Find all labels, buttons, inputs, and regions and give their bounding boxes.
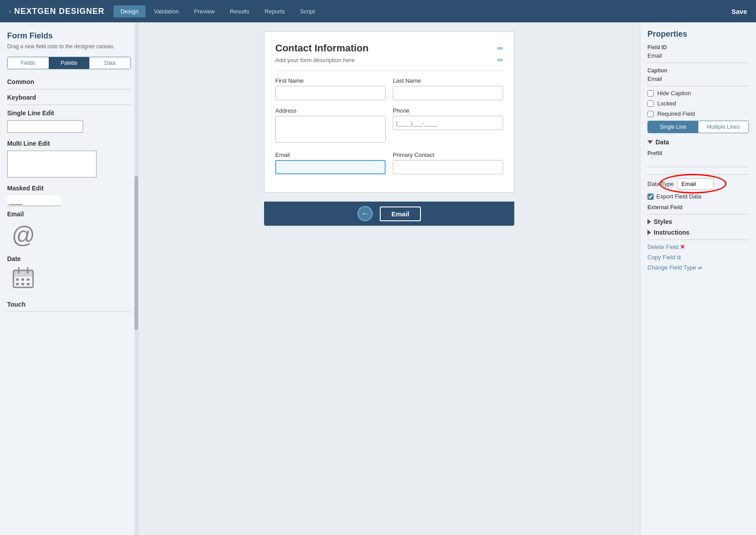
export-field-checkbox[interactable] [647, 194, 654, 200]
field-primary-contact-label: Primary Contact [393, 152, 503, 158]
prop-divider-1 [647, 63, 749, 63]
locked-checkbox[interactable] [647, 101, 654, 107]
styles-section-title: Styles [654, 218, 672, 225]
instructions-section-header[interactable]: Instructions [647, 229, 749, 236]
field-first-name-input[interactable] [275, 86, 386, 100]
nav-tab-results[interactable]: Results [223, 5, 256, 17]
data-section-title: Data [655, 139, 669, 146]
email-at-icon[interactable]: @ [12, 221, 131, 248]
required-field-checkbox[interactable] [647, 111, 654, 117]
back-arrow-icon[interactable]: ‹ [9, 8, 12, 15]
caption-label: Caption [647, 67, 749, 74]
tab-data[interactable]: Data [89, 57, 130, 69]
masked-edit-label: Masked Edit [7, 185, 131, 192]
nav-tab-validation[interactable]: Validation [147, 5, 186, 17]
copy-field-link[interactable]: Copy Field ⧉ [647, 254, 749, 261]
date-label: Date [7, 255, 131, 262]
hide-caption-checkbox[interactable] [647, 90, 654, 97]
right-panel: Properties Field ID Email Caption Email … [640, 22, 756, 535]
prefill-input[interactable] [647, 158, 749, 167]
field-address-input[interactable] [275, 116, 386, 143]
save-button[interactable]: Save [731, 8, 747, 15]
svg-rect-8 [21, 283, 24, 285]
hide-caption-label: Hide Caption [657, 90, 691, 97]
nav-tab-script[interactable]: Script [293, 5, 322, 17]
divider-keyboard [7, 105, 131, 105]
change-type-icon: ⇌ [698, 265, 702, 271]
form-title: Contact Information [275, 42, 369, 54]
brand-logo: ‹ NEXTGEN DESIGNER [9, 7, 105, 16]
svg-rect-9 [27, 283, 29, 285]
divider-common [7, 89, 131, 89]
left-panel-tab-row: Fields Palette Data [7, 57, 131, 69]
form-subtitle: Add your form description here [275, 57, 355, 63]
field-email-label: Email [275, 152, 386, 158]
field-email-input[interactable] [275, 160, 386, 174]
divider-touch [7, 312, 131, 312]
form-bottom-bar: ← Email [264, 202, 514, 226]
masked-edit-preview[interactable]: ___ [7, 195, 61, 206]
delete-x-icon: ✕ [680, 244, 685, 250]
nav-tab-design[interactable]: Design [113, 5, 146, 17]
field-label-badge: Email [380, 206, 421, 221]
left-panel: Form Fields Drag a new field onto to the… [0, 22, 139, 535]
form-divider [275, 71, 503, 71]
export-field-row: Export Field Data [647, 193, 749, 200]
locked-label: Locked [657, 100, 676, 107]
date-calendar-icon[interactable] [12, 266, 131, 294]
svg-rect-7 [16, 283, 19, 285]
multiple-lines-btn[interactable]: Multiple Lines [698, 121, 749, 133]
nav-tab-list: Design Validation Preview Results Report… [113, 5, 322, 17]
tab-fields[interactable]: Fields [8, 57, 49, 69]
form-subtitle-edit-icon[interactable]: ✏ [497, 56, 503, 64]
back-button[interactable]: ← [357, 206, 373, 221]
nav-tab-reports[interactable]: Reports [257, 5, 292, 17]
data-section-header[interactable]: Data [647, 139, 749, 146]
scrollbar-thumb[interactable] [134, 176, 138, 330]
copy-field-label: Copy Field [647, 254, 675, 261]
single-line-btn[interactable]: Single Line [648, 121, 698, 133]
delete-field-link[interactable]: Delete Field ✕ [647, 244, 749, 250]
field-primary-contact: Primary Contact [393, 152, 503, 174]
field-id-label: Field ID [647, 44, 749, 51]
external-field-label: External Field [647, 204, 749, 211]
data-type-select-wrapper: Email Text Number Date Phone [677, 178, 714, 190]
instructions-section-title: Instructions [654, 229, 689, 236]
left-panel-subtitle: Drag a new field onto to the designer ca… [7, 43, 131, 50]
form-row-2: Address Phone [275, 107, 503, 144]
center-panel: Contact Information ✏ Add your form desc… [139, 22, 640, 535]
instructions-section-triangle-icon [647, 230, 651, 235]
data-type-select[interactable]: Email Text Number Date Phone [677, 178, 714, 190]
svg-rect-4 [16, 278, 19, 281]
change-field-type-label: Change Field Type [647, 264, 696, 271]
field-phone-input[interactable] [393, 116, 503, 130]
field-phone: Phone [393, 107, 503, 144]
multi-line-edit-preview[interactable] [7, 151, 97, 177]
field-last-name-label: Last Name [393, 77, 503, 84]
data-section-triangle-icon [647, 140, 653, 144]
export-field-label: Export Field Data [656, 193, 701, 200]
field-primary-contact-input[interactable] [393, 160, 503, 174]
field-last-name-input[interactable] [393, 86, 503, 100]
copy-icon: ⧉ [677, 254, 681, 261]
field-first-name-label: First Name [275, 77, 386, 84]
left-panel-title: Form Fields [7, 31, 131, 41]
prop-divider-2 [647, 86, 749, 86]
single-line-edit-label: Single Line Edit [7, 110, 131, 117]
styles-section-header[interactable]: Styles [647, 218, 749, 225]
prop-divider-actions [647, 240, 749, 240]
section-keyboard: Keyboard [7, 94, 131, 101]
form-row-1: First Name Last Name [275, 77, 503, 100]
hide-caption-row: Hide Caption [647, 90, 749, 97]
locked-row: Locked [647, 100, 749, 107]
single-line-edit-preview[interactable] [7, 120, 83, 133]
form-row-3: Email Primary Contact [275, 152, 503, 174]
form-title-edit-icon[interactable]: ✏ [497, 44, 503, 53]
prop-divider-prefill [647, 174, 749, 175]
scrollbar-track[interactable] [134, 22, 138, 535]
nav-tab-preview[interactable]: Preview [187, 5, 222, 17]
field-address: Address [275, 107, 386, 144]
svg-rect-6 [27, 278, 29, 281]
change-field-type-link[interactable]: Change Field Type ⇌ [647, 264, 749, 271]
tab-palette[interactable]: Palette [49, 57, 90, 69]
